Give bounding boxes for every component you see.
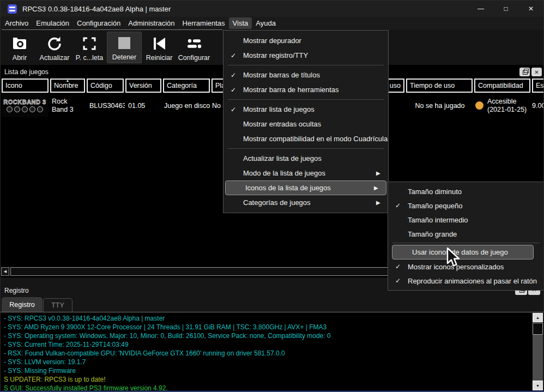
rockband3-logo: ROCKBAND 3 xyxy=(3,99,46,105)
log-line: - SYS: Missing Firmware xyxy=(4,366,541,375)
refresh-label: Actualizar xyxy=(40,54,70,62)
refresh-icon xyxy=(47,35,62,52)
game-row-compatibility[interactable]: Accesible (2021-01-25) xyxy=(473,93,534,118)
column-header-version[interactable]: Versión xyxy=(125,79,161,93)
vscroll-track[interactable] xyxy=(533,335,543,381)
restart-button[interactable]: Reiniciar xyxy=(142,32,177,63)
menu-item-mostrar-entradas-ocultas[interactable]: Mostrar entradas ocultas xyxy=(223,117,388,131)
game-list-close-button[interactable]: ✕ xyxy=(531,68,542,76)
menu-item-usar-iconos-de-datos[interactable]: Usar iconos de datos de juego xyxy=(392,245,534,260)
menu-separator xyxy=(392,243,540,243)
menu-item-mostrar-barra-de-herramientas[interactable]: ✓ Mostrar barra de herramientas xyxy=(223,82,388,97)
sort-ascending-icon: ▲ xyxy=(66,79,70,82)
fullscreen-button[interactable]: P. c...leta xyxy=(72,32,107,63)
vscroll-up-button[interactable]: ▲ xyxy=(533,313,543,322)
menu-separator xyxy=(228,148,384,149)
mouse-cursor xyxy=(446,247,460,270)
hscroll-left-button[interactable]: ◀ xyxy=(1,267,9,276)
column-header-categoria[interactable]: Categoría xyxy=(163,79,210,93)
column-header-espacio[interactable]: Esp xyxy=(532,79,544,93)
menu-ayuda[interactable]: Ayuda xyxy=(252,17,280,29)
menu-item-tamano-grande[interactable]: Tamaño grande xyxy=(388,227,544,241)
menu-vista[interactable]: Vista xyxy=(229,17,252,29)
menu-configuracion[interactable]: Configuración xyxy=(73,17,124,29)
boot-button[interactable]: Abrir xyxy=(2,32,37,63)
menu-item-actualizar-lista-de-juegos[interactable]: Actualizar lista de juegos xyxy=(223,151,388,166)
configure-label: Configurar xyxy=(178,54,210,62)
close-button[interactable]: ✕ xyxy=(518,1,543,17)
instrument-icons xyxy=(7,106,43,112)
menu-item-mostrar-barras-de-titulos[interactable]: ✓ Mostrar barras de títulos xyxy=(223,68,388,82)
log-line: S GUI: Successfully installed PS3 firmwa… xyxy=(4,384,541,391)
stop-label: Detener xyxy=(112,53,136,61)
menu-archivo[interactable]: Archivo xyxy=(1,17,32,29)
rpcs3-logo-icon xyxy=(8,4,17,14)
game-row-icon[interactable]: ROCKBAND 3 xyxy=(2,94,48,117)
boot-icon xyxy=(11,35,28,52)
menu-item-mostrar-lista-de-juegos[interactable]: ✓ Mostrar lista de juegos xyxy=(223,102,388,117)
menu-item-tamano-pequeno[interactable]: ✓ Tamaño pequeño xyxy=(388,198,544,213)
restart-icon xyxy=(152,35,166,52)
window-title: RPCS3 0.0.38-18416-4a042ae8 Alpha | mast… xyxy=(22,5,171,13)
game-row-name[interactable]: Rock Band 3 xyxy=(49,93,85,118)
column-header-codigo[interactable]: Código xyxy=(87,79,124,93)
column-header-icono[interactable]: Icono xyxy=(2,79,49,93)
menu-herramientas[interactable]: Herramientas xyxy=(179,17,229,29)
log-line: - SYS: LLVM version: 19.1.7 xyxy=(4,358,541,366)
vscroll-thumb[interactable] xyxy=(533,323,543,335)
menu-item-categorias-de-juegos[interactable]: Categorías de juegos ▶ xyxy=(223,195,388,210)
game-list-dock-title: Lista de juegos xyxy=(4,68,49,76)
menu-item-modo-de-la-lista[interactable]: Modo de la lista de juegos ▶ xyxy=(223,166,388,180)
configure-button[interactable]: Configurar xyxy=(177,32,211,63)
submenu-arrow-icon: ▶ xyxy=(374,185,386,191)
game-list-float-button[interactable] xyxy=(519,68,530,76)
game-row-space[interactable]: 9.00 xyxy=(529,93,544,118)
log-output[interactable]: - SYS: RPCS3 v0.0.38-18416-4a042ae8 Alph… xyxy=(1,312,544,391)
menu-item-tamano-diminuto[interactable]: Tamaño diminuto xyxy=(388,184,544,198)
title-bar: RPCS3 0.0.38-18416-4a042ae8 Alpha | mast… xyxy=(1,1,543,17)
menu-item-iconos-de-la-lista[interactable]: Iconos de la lista de juegos ▶ xyxy=(225,180,386,195)
column-header-nombre[interactable]: Nombre ▲ xyxy=(50,79,85,93)
stop-button[interactable]: Detener xyxy=(107,32,142,63)
check-icon: ✓ xyxy=(223,71,243,79)
rpcs3-window: RPCS3 0.0.38-18416-4a042ae8 Alpha | mast… xyxy=(0,0,544,392)
game-row-time-played[interactable]: No se ha jugado xyxy=(406,93,474,118)
boot-label: Abrir xyxy=(13,54,27,62)
refresh-button[interactable]: Actualizar xyxy=(37,32,72,63)
restart-label: Reiniciar xyxy=(146,54,173,62)
check-icon: ✓ xyxy=(388,202,408,209)
stop-icon xyxy=(118,34,130,52)
game-row-serial[interactable]: BLUS30463 xyxy=(87,93,125,118)
column-header-tiempo-de-uso[interactable]: Tiempo de uso xyxy=(406,79,473,93)
menu-item-mostrar-registro-tty[interactable]: ✓ Mostrar registro/TTY xyxy=(223,48,388,63)
log-dock-title: Registro xyxy=(4,287,29,294)
log-line: S UPDATER: RPCS3 is up to date! xyxy=(4,375,541,384)
column-header-compatibilidad[interactable]: Compatibilidad xyxy=(474,79,530,93)
menu-separator xyxy=(228,99,384,100)
minimize-button[interactable]: — xyxy=(468,1,493,17)
game-row-category[interactable]: Juego en disco xyxy=(161,93,210,118)
log-line: - RSX: Found Vulkan-compatible GPU: 'NVI… xyxy=(4,349,541,358)
menu-item-tamano-intermedio[interactable]: Tamaño intermedio xyxy=(388,213,544,227)
log-line: - SYS: Current Time: 2025-11-29T14:03:49 xyxy=(4,340,541,349)
menu-item-reproducir-animaciones[interactable]: ✓ Reproducir animaciones al pasar el rat… xyxy=(388,274,544,288)
log-line: - SYS: Operating system: Windows, Major:… xyxy=(4,331,541,340)
log-line: - SYS: RPCS3 v0.0.38-18416-4a042ae8 Alph… xyxy=(4,314,541,323)
vscroll-down-button[interactable]: ▼ xyxy=(533,381,543,390)
fullscreen-icon xyxy=(82,35,96,52)
menu-administracion[interactable]: Administración xyxy=(124,17,178,29)
menu-item-mostrar-depurador[interactable]: Mostrar depurador xyxy=(223,33,388,48)
check-icon: ✓ xyxy=(223,106,243,113)
menu-emulacion[interactable]: Emulación xyxy=(32,17,73,29)
tab-tty[interactable]: TTY xyxy=(43,298,72,312)
menu-item-mostrar-iconos-personalizados[interactable]: ✓ Mostrar iconos personalizados xyxy=(388,260,544,274)
compatibility-status: Accesible xyxy=(487,98,527,106)
tab-registro[interactable]: Registro xyxy=(2,297,43,312)
compatibility-date: (2021-01-25) xyxy=(487,106,527,114)
game-row-version[interactable]: 01.05 xyxy=(125,93,161,118)
menu-item-mostrar-compatibilidad-cuadricula[interactable]: Mostrar compatibilidad en el modo Cuadrí… xyxy=(223,131,388,146)
vista-menu-popup: Mostrar depurador ✓ Mostrar registro/TTY… xyxy=(223,30,389,213)
compatibility-status-dot xyxy=(475,101,483,110)
maximize-button[interactable]: □ xyxy=(493,1,518,17)
submenu-arrow-icon: ▶ xyxy=(376,170,388,176)
